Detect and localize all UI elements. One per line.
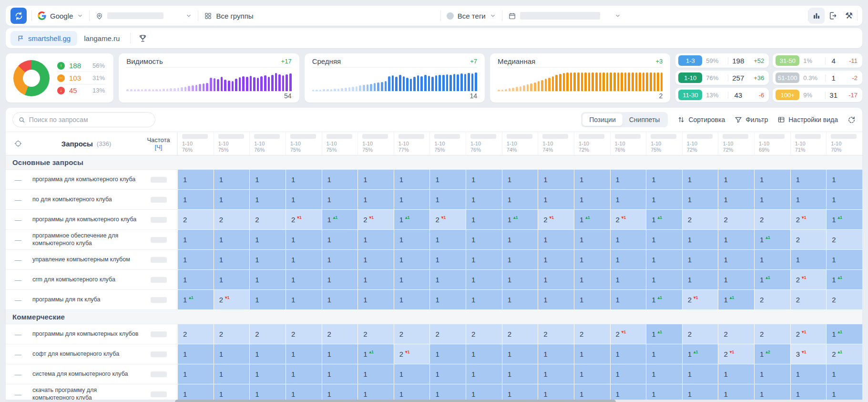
date-column-header[interactable]: 1-1072% xyxy=(574,132,610,155)
position-cell[interactable]: 1 xyxy=(322,230,358,250)
position-cell[interactable]: 1 xyxy=(826,364,862,384)
position-cell[interactable]: 1 xyxy=(538,230,574,250)
date-column-header[interactable]: 1-1075% xyxy=(214,132,250,155)
position-cell[interactable]: 2 xyxy=(754,210,790,230)
row-drag-handle[interactable]: — xyxy=(6,250,31,270)
tools-button[interactable]: ⚒ xyxy=(841,8,857,24)
position-cell[interactable]: 2 xyxy=(466,324,502,344)
position-cell[interactable]: 1 xyxy=(574,364,610,384)
position-cell[interactable]: 1 xyxy=(574,344,610,364)
date-column-header[interactable]: 1-1069% xyxy=(754,132,790,155)
position-cell[interactable]: 1 xyxy=(322,364,358,384)
position-cell[interactable]: 1 xyxy=(322,270,358,290)
position-cell[interactable]: 1▴2 xyxy=(754,344,790,364)
position-cell[interactable]: 1 xyxy=(610,290,646,310)
position-cell[interactable]: 2 xyxy=(249,210,286,230)
position-cell[interactable]: 1 xyxy=(394,190,430,210)
position-cell[interactable]: 2 xyxy=(502,324,538,344)
query-search[interactable] xyxy=(12,112,155,127)
target-column-header[interactable] xyxy=(6,132,31,155)
position-cell[interactable]: 1 xyxy=(790,250,827,270)
position-cell[interactable]: 1 xyxy=(682,170,718,190)
position-cell[interactable]: 1 xyxy=(538,290,574,310)
sort-button[interactable]: Сортировка xyxy=(677,116,725,124)
position-cell[interactable]: 2 xyxy=(177,324,214,344)
position-cell[interactable]: 2 xyxy=(718,324,754,344)
position-cell[interactable]: 1 xyxy=(286,270,322,290)
position-cell[interactable]: 1 xyxy=(646,364,682,384)
chart-view-button[interactable] xyxy=(808,8,825,24)
position-cell[interactable]: 1 xyxy=(538,250,574,270)
position-cell[interactable]: 1 xyxy=(682,230,718,250)
position-cell[interactable]: 1 xyxy=(466,190,502,210)
position-cell[interactable]: 1 xyxy=(610,190,646,210)
position-cell[interactable]: 1 xyxy=(538,344,574,364)
row-drag-handle[interactable]: — xyxy=(6,190,31,210)
position-cell[interactable]: 2 xyxy=(790,290,827,310)
date-column-header[interactable]: 1-1072% xyxy=(682,132,718,155)
position-cell[interactable]: 1 xyxy=(177,170,214,190)
position-cell[interactable]: 1 xyxy=(214,344,250,364)
position-cell[interactable]: 2▾1 xyxy=(610,324,646,344)
scrollbar-thumb[interactable] xyxy=(175,400,616,402)
position-cell[interactable]: 2 xyxy=(538,324,574,344)
position-cell[interactable]: 1 xyxy=(177,364,214,384)
position-cell[interactable]: 1 xyxy=(718,250,754,270)
query-cell[interactable]: программы для компьютерного клуба xyxy=(31,210,140,230)
query-cell[interactable]: crm для компьютерного клуба xyxy=(31,270,140,290)
position-cell[interactable]: 1 xyxy=(357,190,394,210)
position-cell[interactable]: 1 xyxy=(429,290,466,310)
position-cell[interactable]: 1 xyxy=(646,230,682,250)
position-cell[interactable]: 1 xyxy=(394,270,430,290)
position-cell[interactable]: 1 xyxy=(466,290,502,310)
position-cell[interactable]: 1 xyxy=(466,250,502,270)
position-cell[interactable]: 1 xyxy=(214,250,250,270)
query-cell[interactable]: программное обеспечение для компьютерног… xyxy=(31,230,140,250)
position-cell[interactable]: 1 xyxy=(357,364,394,384)
position-cell[interactable]: 1 xyxy=(610,364,646,384)
date-column-header[interactable]: 1-1075% xyxy=(322,132,358,155)
position-cell[interactable]: 1 xyxy=(249,344,286,364)
position-cell[interactable]: 1 xyxy=(322,290,358,310)
position-cell[interactable]: 1 xyxy=(249,230,286,250)
position-cell[interactable]: 1 xyxy=(610,344,646,364)
position-cell[interactable]: 1▴1 xyxy=(646,210,682,230)
position-cell[interactable]: 1 xyxy=(538,270,574,290)
position-cell[interactable]: 1 xyxy=(177,250,214,270)
position-cell[interactable]: 1 xyxy=(249,170,286,190)
position-cell[interactable]: 1 xyxy=(502,290,538,310)
position-cell[interactable]: 3▾1 xyxy=(790,344,827,364)
refresh-table-button[interactable] xyxy=(848,116,856,124)
position-cell[interactable]: 1 xyxy=(754,364,790,384)
position-cell[interactable]: 1 xyxy=(394,250,430,270)
position-cell[interactable]: 1 xyxy=(394,170,430,190)
position-cell[interactable]: 1 xyxy=(286,170,322,190)
position-cell[interactable]: 2▾1 xyxy=(682,290,718,310)
position-cell[interactable]: 1 xyxy=(502,250,538,270)
position-cell[interactable]: 1 xyxy=(610,250,646,270)
search-engine-selector[interactable]: Google xyxy=(32,11,89,20)
position-cell[interactable]: 1 xyxy=(610,270,646,290)
date-column-header[interactable]: 1-1076% xyxy=(249,132,286,155)
position-cell[interactable]: 1 xyxy=(682,250,718,270)
tags-selector[interactable]: Все теги xyxy=(441,12,502,20)
competitors-button[interactable] xyxy=(134,30,151,46)
position-cell[interactable]: 1 xyxy=(538,170,574,190)
position-cell[interactable]: 1 xyxy=(177,230,214,250)
row-drag-handle[interactable]: — xyxy=(6,364,31,384)
date-column-header[interactable]: 1-1074% xyxy=(502,132,538,155)
row-drag-handle[interactable]: — xyxy=(6,324,31,344)
position-cell[interactable]: 2 xyxy=(249,324,286,344)
position-cell[interactable]: 1▴1 xyxy=(826,270,862,290)
position-cell[interactable]: 2 xyxy=(214,324,250,344)
position-cell[interactable]: 1▴1 xyxy=(682,344,718,364)
position-cell[interactable]: 1 xyxy=(574,170,610,190)
position-cell[interactable]: 1 xyxy=(718,190,754,210)
position-cell[interactable]: 2 xyxy=(718,210,754,230)
position-cell[interactable]: 1 xyxy=(718,230,754,250)
date-column-header[interactable]: 1-1075% xyxy=(429,132,466,155)
position-cell[interactable]: 1 xyxy=(646,170,682,190)
position-cell[interactable]: 1 xyxy=(429,250,466,270)
date-column-header[interactable]: 1-1076% xyxy=(177,132,214,155)
query-cell[interactable]: по для компьютерного клуба xyxy=(31,190,140,210)
